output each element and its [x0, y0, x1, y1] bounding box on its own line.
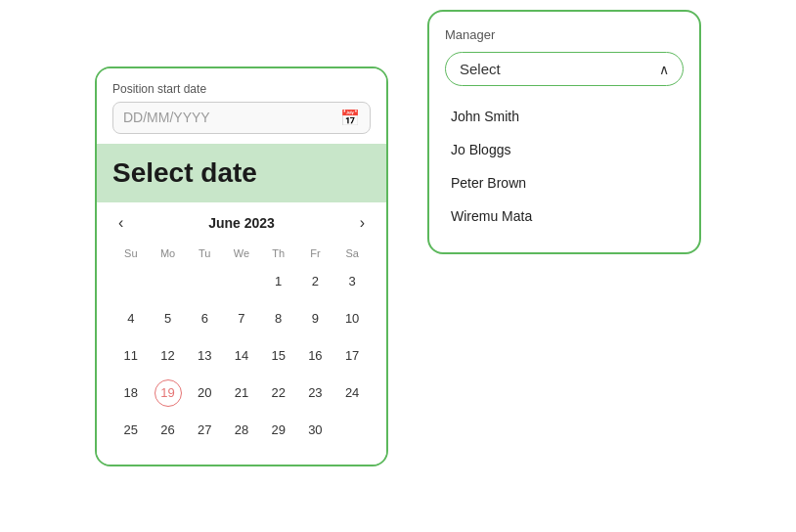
calendar-day-cell[interactable]: 20 [186, 375, 223, 412]
day-of-week-row: SuMoTuWeThFrSa [112, 244, 371, 263]
day-number[interactable]: 8 [265, 305, 292, 332]
day-number[interactable]: 1 [265, 268, 292, 295]
calendar-day-cell[interactable]: 22 [260, 375, 297, 412]
day-number[interactable]: 5 [155, 305, 182, 332]
calendar-day-cell [186, 263, 223, 300]
day-number[interactable]: 15 [265, 342, 292, 370]
calendar-day-cell[interactable]: 1 [260, 263, 297, 300]
day-number[interactable]: 25 [117, 417, 145, 444]
calendar-day-cell[interactable]: 18 [112, 375, 150, 412]
manager-option[interactable]: Wiremu Mata [445, 200, 684, 233]
calendar-day-cell[interactable]: 16 [297, 337, 334, 375]
select-date-banner: Select date [97, 144, 386, 202]
calendar-day-cell[interactable]: 9 [297, 300, 334, 337]
calendar-day-cell[interactable]: 19 [150, 375, 187, 412]
day-of-week-header: We [223, 244, 260, 263]
dropdown-options: John SmithJo BloggsPeter BrownWiremu Mat… [445, 96, 684, 237]
calendar-day-cell[interactable]: 7 [223, 300, 260, 337]
day-number[interactable]: 2 [301, 268, 329, 295]
calendar-day-cell [150, 263, 187, 300]
select-placeholder: Select [460, 61, 501, 77]
calendar-day-cell[interactable]: 26 [150, 412, 187, 449]
day-number[interactable]: 10 [338, 305, 366, 332]
calendar-day-cell[interactable]: 24 [333, 375, 371, 412]
calendar-day-cell[interactable]: 30 [297, 412, 334, 449]
calendar-nav: ‹ June 2023 › [112, 212, 371, 234]
day-number[interactable]: 17 [338, 342, 366, 370]
manager-select-dropdown[interactable]: Select ∧ [445, 52, 684, 86]
day-of-week-header: Tu [186, 244, 223, 263]
day-number[interactable]: 20 [191, 379, 218, 407]
calendar-day-cell[interactable]: 6 [186, 300, 223, 337]
position-start-label: Position start date [112, 82, 371, 96]
calendar-week-row: 18192021222324 [112, 375, 371, 412]
date-input-row[interactable]: DD/MM/YYYY 📅 [112, 102, 371, 134]
calendar-weeks: 1234567891011121314151617181920212223242… [112, 263, 371, 449]
calendar-day-cell[interactable]: 8 [260, 300, 297, 337]
calendar-week-row: 123 [112, 263, 371, 300]
calendar-day-cell[interactable]: 4 [112, 300, 150, 337]
calendar-day-cell[interactable]: 17 [333, 337, 371, 375]
manager-option[interactable]: Peter Brown [445, 166, 684, 200]
calendar-week-row: 252627282930 [112, 412, 371, 449]
day-number[interactable]: 23 [301, 379, 329, 407]
day-of-week-header: Mo [150, 244, 187, 263]
day-number[interactable]: 3 [338, 268, 366, 295]
manager-option[interactable]: John Smith [445, 100, 684, 133]
prev-month-button[interactable]: ‹ [112, 212, 129, 234]
today-day[interactable]: 19 [155, 379, 182, 407]
day-number[interactable]: 22 [265, 379, 292, 407]
day-number[interactable]: 14 [228, 342, 255, 370]
day-number[interactable]: 11 [117, 342, 145, 370]
date-picker-top: Position start date DD/MM/YYYY 📅 [97, 68, 386, 144]
day-number[interactable]: 6 [191, 305, 218, 332]
calendar-day-cell[interactable]: 3 [333, 263, 371, 300]
day-number[interactable]: 27 [191, 417, 218, 444]
calendar-day-cell[interactable]: 14 [223, 337, 260, 375]
day-number[interactable]: 28 [228, 417, 255, 444]
day-of-week-header: Sa [333, 244, 371, 263]
day-number[interactable]: 29 [265, 417, 292, 444]
calendar-day-cell[interactable]: 28 [223, 412, 260, 449]
calendar-week-row: 11121314151617 [112, 337, 371, 375]
day-number[interactable]: 30 [301, 417, 329, 444]
day-number[interactable]: 13 [191, 342, 218, 370]
day-number[interactable]: 26 [155, 417, 182, 444]
calendar-day-cell[interactable]: 5 [150, 300, 187, 337]
calendar-day-cell[interactable]: 13 [186, 337, 223, 375]
day-number[interactable]: 4 [117, 305, 145, 332]
day-of-week-header: Th [260, 244, 297, 263]
day-of-week-header: Fr [297, 244, 334, 263]
day-number[interactable]: 24 [338, 379, 366, 407]
calendar-grid: SuMoTuWeThFrSa 1234567891011121314151617… [112, 244, 371, 449]
manager-card: Manager Select ∧ John SmithJo BloggsPete… [427, 10, 701, 254]
next-month-button[interactable]: › [354, 212, 371, 234]
chevron-up-icon: ∧ [659, 62, 669, 77]
day-of-week-header: Su [112, 244, 150, 263]
month-year-label: June 2023 [208, 215, 275, 231]
date-input-placeholder: DD/MM/YYYY [123, 110, 340, 125]
calendar-day-cell[interactable]: 23 [297, 375, 334, 412]
calendar-day-cell[interactable]: 21 [223, 375, 260, 412]
calendar-body: ‹ June 2023 › SuMoTuWeThFrSa 12345678910… [97, 202, 386, 465]
calendar-day-cell [223, 263, 260, 300]
calendar-day-cell[interactable]: 27 [186, 412, 223, 449]
calendar-day-cell[interactable]: 29 [260, 412, 297, 449]
date-picker-card: Position start date DD/MM/YYYY 📅 Select … [95, 66, 388, 466]
day-number[interactable]: 12 [155, 342, 182, 370]
calendar-day-cell[interactable]: 2 [297, 263, 334, 300]
calendar-week-row: 45678910 [112, 300, 371, 337]
calendar-day-cell[interactable]: 12 [150, 337, 187, 375]
manager-option[interactable]: Jo Bloggs [445, 133, 684, 166]
day-number[interactable]: 7 [228, 305, 255, 332]
day-number[interactable]: 16 [301, 342, 329, 370]
calendar-day-cell[interactable]: 10 [333, 300, 371, 337]
calendar-day-cell[interactable]: 15 [260, 337, 297, 375]
day-number[interactable]: 21 [228, 379, 255, 407]
day-number[interactable]: 9 [301, 305, 329, 332]
day-number[interactable]: 18 [117, 379, 145, 407]
manager-label: Manager [445, 27, 684, 42]
calendar-day-cell[interactable]: 25 [112, 412, 150, 449]
calendar-day-cell[interactable]: 11 [112, 337, 150, 375]
calendar-icon[interactable]: 📅 [340, 109, 360, 127]
